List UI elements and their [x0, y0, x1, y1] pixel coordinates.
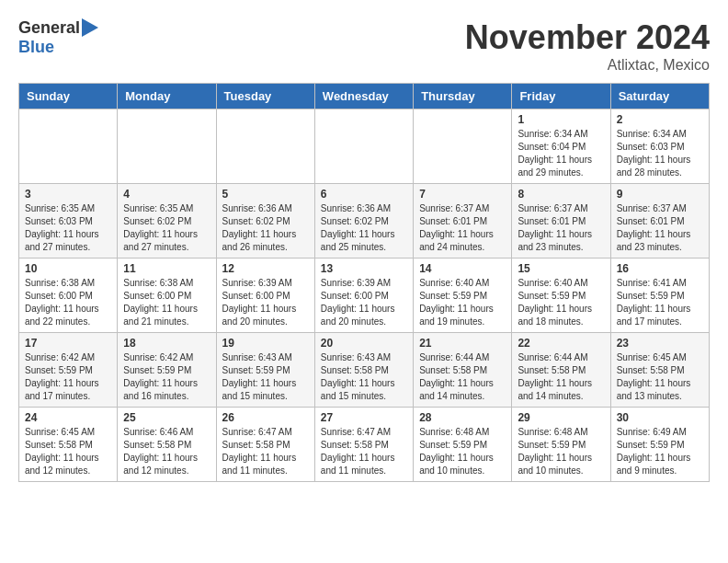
calendar-cell: 3Sunrise: 6:35 AMSunset: 6:03 PMDaylight…	[19, 184, 118, 259]
calendar-cell: 10Sunrise: 6:38 AMSunset: 6:00 PMDayligh…	[19, 259, 118, 333]
day-info: Sunrise: 6:48 AMSunset: 5:59 PMDaylight:…	[518, 426, 604, 477]
day-number: 30	[617, 411, 703, 424]
day-info: Sunrise: 6:39 AMSunset: 6:00 PMDaylight:…	[321, 277, 407, 328]
weekday-header-sunday: Sunday	[19, 84, 118, 109]
day-info: Sunrise: 6:43 AMSunset: 5:59 PMDaylight:…	[222, 351, 309, 403]
day-info: Sunrise: 6:42 AMSunset: 5:59 PMDaylight:…	[25, 351, 111, 403]
day-info: Sunrise: 6:36 AMSunset: 6:02 PMDaylight:…	[321, 202, 407, 254]
page-header: General Blue November 2024 Atlixtac, Mex…	[18, 18, 710, 74]
calendar-cell	[314, 109, 413, 184]
day-info: Sunrise: 6:49 AMSunset: 5:59 PMDaylight:…	[617, 426, 703, 477]
calendar-cell: 5Sunrise: 6:36 AMSunset: 6:02 PMDaylight…	[216, 184, 314, 259]
calendar-cell: 14Sunrise: 6:40 AMSunset: 5:59 PMDayligh…	[414, 259, 512, 333]
calendar-cell: 17Sunrise: 6:42 AMSunset: 5:59 PMDayligh…	[19, 333, 118, 408]
day-number: 25	[123, 411, 210, 424]
calendar-cell: 6Sunrise: 6:36 AMSunset: 6:02 PMDaylight…	[314, 184, 413, 259]
day-number: 26	[222, 411, 309, 424]
day-number: 9	[617, 188, 703, 201]
location: Atlixtac, Mexico	[465, 57, 710, 74]
day-number: 2	[617, 113, 703, 126]
day-number: 1	[518, 113, 604, 126]
weekday-header-row: SundayMondayTuesdayWednesdayThursdayFrid…	[19, 84, 710, 109]
day-info: Sunrise: 6:40 AMSunset: 5:59 PMDaylight:…	[419, 277, 506, 328]
weekday-header-monday: Monday	[118, 84, 216, 109]
calendar-cell: 13Sunrise: 6:39 AMSunset: 6:00 PMDayligh…	[314, 259, 413, 333]
day-info: Sunrise: 6:35 AMSunset: 6:03 PMDaylight:…	[25, 202, 111, 254]
day-number: 20	[321, 337, 407, 350]
calendar-cell: 27Sunrise: 6:47 AMSunset: 5:58 PMDayligh…	[314, 408, 413, 482]
day-info: Sunrise: 6:46 AMSunset: 5:58 PMDaylight:…	[123, 426, 210, 477]
calendar-cell: 12Sunrise: 6:39 AMSunset: 6:00 PMDayligh…	[216, 259, 314, 333]
day-info: Sunrise: 6:45 AMSunset: 5:58 PMDaylight:…	[25, 426, 111, 477]
calendar-week-row: 10Sunrise: 6:38 AMSunset: 6:00 PMDayligh…	[19, 259, 710, 333]
day-number: 27	[321, 411, 407, 424]
day-info: Sunrise: 6:45 AMSunset: 5:58 PMDaylight:…	[617, 351, 703, 403]
calendar-cell: 23Sunrise: 6:45 AMSunset: 5:58 PMDayligh…	[610, 333, 709, 408]
logo-general: General	[18, 19, 80, 38]
calendar-table: SundayMondayTuesdayWednesdayThursdayFrid…	[18, 83, 710, 482]
day-info: Sunrise: 6:37 AMSunset: 6:01 PMDaylight:…	[518, 202, 604, 254]
day-info: Sunrise: 6:37 AMSunset: 6:01 PMDaylight:…	[617, 202, 703, 254]
weekday-header-thursday: Thursday	[414, 84, 512, 109]
calendar-cell: 29Sunrise: 6:48 AMSunset: 5:59 PMDayligh…	[512, 408, 610, 482]
calendar-cell: 24Sunrise: 6:45 AMSunset: 5:58 PMDayligh…	[19, 408, 118, 482]
calendar-cell	[118, 109, 216, 184]
day-number: 16	[617, 262, 703, 275]
day-number: 28	[419, 411, 506, 424]
day-number: 22	[518, 337, 604, 350]
calendar-cell: 20Sunrise: 6:43 AMSunset: 5:58 PMDayligh…	[314, 333, 413, 408]
calendar-cell: 30Sunrise: 6:49 AMSunset: 5:59 PMDayligh…	[610, 408, 709, 482]
day-info: Sunrise: 6:41 AMSunset: 5:59 PMDaylight:…	[617, 277, 703, 328]
day-number: 3	[25, 188, 111, 201]
day-number: 13	[321, 262, 407, 275]
calendar-week-row: 24Sunrise: 6:45 AMSunset: 5:58 PMDayligh…	[19, 408, 710, 482]
day-info: Sunrise: 6:38 AMSunset: 6:00 PMDaylight:…	[123, 277, 210, 328]
day-info: Sunrise: 6:40 AMSunset: 5:59 PMDaylight:…	[518, 277, 604, 328]
day-number: 7	[419, 188, 506, 201]
calendar-cell: 26Sunrise: 6:47 AMSunset: 5:58 PMDayligh…	[216, 408, 314, 482]
day-info: Sunrise: 6:47 AMSunset: 5:58 PMDaylight:…	[222, 426, 309, 477]
calendar-cell: 22Sunrise: 6:44 AMSunset: 5:58 PMDayligh…	[512, 333, 610, 408]
day-number: 4	[123, 188, 210, 201]
calendar-week-row: 1Sunrise: 6:34 AMSunset: 6:04 PMDaylight…	[19, 109, 710, 184]
day-info: Sunrise: 6:44 AMSunset: 5:58 PMDaylight:…	[518, 351, 604, 403]
calendar-week-row: 17Sunrise: 6:42 AMSunset: 5:59 PMDayligh…	[19, 333, 710, 408]
day-info: Sunrise: 6:39 AMSunset: 6:00 PMDaylight:…	[222, 277, 309, 328]
svg-marker-0	[82, 18, 98, 37]
calendar-cell: 11Sunrise: 6:38 AMSunset: 6:00 PMDayligh…	[118, 259, 216, 333]
logo-icon	[82, 18, 98, 37]
day-info: Sunrise: 6:48 AMSunset: 5:59 PMDaylight:…	[419, 426, 506, 477]
calendar-cell: 15Sunrise: 6:40 AMSunset: 5:59 PMDayligh…	[512, 259, 610, 333]
day-number: 21	[419, 337, 506, 350]
day-number: 23	[617, 337, 703, 350]
calendar-cell: 1Sunrise: 6:34 AMSunset: 6:04 PMDaylight…	[512, 109, 610, 184]
calendar-cell: 25Sunrise: 6:46 AMSunset: 5:58 PMDayligh…	[118, 408, 216, 482]
day-info: Sunrise: 6:37 AMSunset: 6:01 PMDaylight:…	[419, 202, 506, 254]
day-number: 17	[25, 337, 111, 350]
day-number: 8	[518, 188, 604, 201]
calendar-cell	[414, 109, 512, 184]
calendar-cell	[19, 109, 118, 184]
weekday-header-friday: Friday	[512, 84, 610, 109]
day-number: 19	[222, 337, 309, 350]
calendar-cell: 4Sunrise: 6:35 AMSunset: 6:02 PMDaylight…	[118, 184, 216, 259]
day-number: 14	[419, 262, 506, 275]
calendar-week-row: 3Sunrise: 6:35 AMSunset: 6:03 PMDaylight…	[19, 184, 710, 259]
calendar-cell: 7Sunrise: 6:37 AMSunset: 6:01 PMDaylight…	[414, 184, 512, 259]
day-number: 5	[222, 188, 309, 201]
day-info: Sunrise: 6:43 AMSunset: 5:58 PMDaylight:…	[321, 351, 407, 403]
logo: General Blue	[18, 18, 98, 57]
day-number: 18	[123, 337, 210, 350]
logo-blue: Blue	[18, 38, 54, 56]
weekday-header-wednesday: Wednesday	[314, 84, 413, 109]
calendar-cell: 9Sunrise: 6:37 AMSunset: 6:01 PMDaylight…	[610, 184, 709, 259]
day-info: Sunrise: 6:44 AMSunset: 5:58 PMDaylight:…	[419, 351, 506, 403]
calendar-cell: 18Sunrise: 6:42 AMSunset: 5:59 PMDayligh…	[118, 333, 216, 408]
calendar-cell: 19Sunrise: 6:43 AMSunset: 5:59 PMDayligh…	[216, 333, 314, 408]
title-block: November 2024 Atlixtac, Mexico	[465, 18, 710, 74]
weekday-header-tuesday: Tuesday	[216, 84, 314, 109]
calendar-cell: 2Sunrise: 6:34 AMSunset: 6:03 PMDaylight…	[610, 109, 709, 184]
day-info: Sunrise: 6:38 AMSunset: 6:00 PMDaylight:…	[25, 277, 111, 328]
calendar-cell: 21Sunrise: 6:44 AMSunset: 5:58 PMDayligh…	[414, 333, 512, 408]
day-info: Sunrise: 6:35 AMSunset: 6:02 PMDaylight:…	[123, 202, 210, 254]
